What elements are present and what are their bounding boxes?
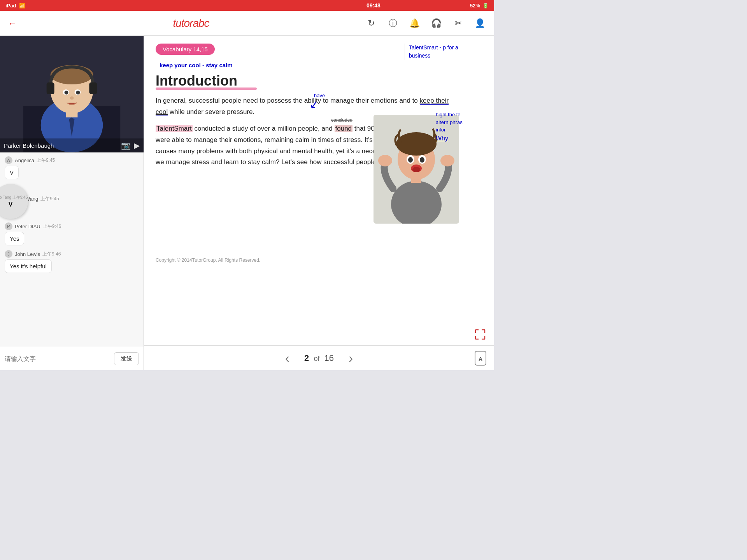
back-button[interactable]: ← (8, 18, 17, 29)
chat-time: 上午9:46 (43, 223, 61, 230)
chat-sender: Peter DIAU (15, 224, 40, 229)
chat-input[interactable] (5, 355, 110, 362)
top-nav-right: ↻ ⓘ 🔔 🎧 ✂ 👤 (365, 18, 486, 29)
list-item: J John Lewis 上午9:46 Yes it's helpful (5, 250, 139, 273)
chat-time: 上午9:46 (42, 251, 61, 257)
found-strikethrough: found (335, 125, 353, 132)
keep-cool-text: keep your cool - stay calm (160, 62, 233, 68)
chat-time: 上午9:45 (40, 196, 59, 202)
avatar: P (5, 222, 12, 230)
left-panel: Parker Bolenbaugh 📷 ▶ A Angelica 上午9:45 … (0, 36, 144, 370)
doc-title: Introduction (156, 73, 479, 89)
info-icon[interactable]: ⓘ (387, 18, 399, 29)
refresh-icon[interactable]: ↻ (365, 18, 377, 28)
svg-point-25 (378, 155, 392, 166)
chat-bubble: V (5, 166, 19, 179)
wifi-icon: 📶 (19, 3, 25, 9)
profile-icon[interactable]: 👤 (474, 18, 486, 28)
page-info: 2 of 16 (304, 353, 334, 363)
main-layout: Parker Bolenbaugh 📷 ▶ A Angelica 上午9:45 … (0, 36, 494, 370)
annotation-concluded: concluded (331, 116, 352, 124)
svg-point-22 (420, 157, 424, 163)
chat-area: A Angelica 上午9:45 V Yoyo Tang 上午9:45 V A (0, 152, 144, 347)
doc-bottom-nav: ‹ 2 of 16 › A (144, 345, 494, 370)
chat-bubble: Yes (5, 232, 24, 245)
avatar: J (5, 250, 12, 258)
title-highlight (156, 88, 257, 90)
top-nav: ← tutorabc ↻ ⓘ 🔔 🎧 ✂ 👤 (0, 11, 494, 36)
svg-point-13 (70, 96, 74, 100)
video-overlay: Parker Bolenbaugh 📷 ▶ (0, 138, 144, 152)
chat-time: 上午9:45 (37, 157, 55, 164)
top-nav-left: ← (8, 18, 17, 29)
svg-rect-7 (66, 110, 78, 117)
doc-title-text: Introduction (156, 73, 237, 89)
svg-point-12 (76, 91, 80, 94)
expand-icon[interactable] (474, 328, 486, 343)
video-placeholder (0, 36, 144, 152)
why-link[interactable]: Why (436, 135, 448, 142)
tools-icon[interactable]: ✂ (452, 18, 465, 28)
current-page: 2 (304, 353, 309, 363)
list-item: P Peter DIAU 上午9:46 Yes (5, 222, 139, 245)
talentsmart-highlight: TalentSmart (156, 125, 193, 132)
chat-sender: Angelica (15, 158, 34, 163)
svg-point-21 (408, 157, 413, 163)
next-page-button[interactable]: › (345, 347, 356, 369)
svg-point-24 (412, 167, 420, 172)
word-found: found concluded (335, 123, 353, 135)
bell-icon[interactable]: 🔔 (409, 18, 421, 28)
svg-rect-5 (47, 82, 54, 94)
chat-input-area: 发送 (0, 347, 144, 370)
list-item: A Angelica 上午9:45 V (5, 156, 139, 179)
record-icon[interactable]: ▶ (134, 141, 140, 150)
doc-body: have ↙ In general, successful people nee… (156, 95, 459, 168)
svg-point-26 (440, 155, 454, 166)
chat-meta: P Peter DIAU 上午9:46 (5, 222, 139, 230)
battery-label: 52% (470, 3, 480, 9)
svg-point-11 (65, 91, 68, 94)
chat-bubble: Yes it's helpful (5, 259, 52, 273)
svg-point-18 (396, 132, 437, 156)
chat-bubble-text: V (9, 201, 13, 208)
video-container: Parker Bolenbaugh 📷 ▶ (0, 36, 144, 152)
sidebar-note-text: TalentSmart - p for a business (409, 44, 458, 59)
phrase-note: highl the te altern phras infor Why (436, 111, 471, 143)
camera-icon[interactable]: 📷 (121, 141, 131, 150)
total-pages: 16 (324, 353, 334, 363)
doc-header-row: Vocabulary 14,15 keep your cool - stay c… (156, 44, 479, 69)
status-bar-left: iPad 📶 (5, 3, 25, 9)
avatar: A (5, 156, 12, 164)
presenter-video (0, 36, 144, 152)
chat-time: Yoyo Tang 上午9:45 (0, 195, 28, 200)
logo-text: tutorabc (173, 17, 209, 29)
presenter-name: Parker Bolenbaugh (4, 142, 54, 149)
handwritten-annotation: have ↙ (309, 91, 325, 108)
cursor-arrow: ↙ (309, 99, 325, 110)
status-bar-right: 52% 🔋 (470, 3, 489, 9)
sidebar-note: TalentSmart - p for a business (405, 44, 479, 60)
vocab-section: Vocabulary 14,15 keep your cool - stay c… (156, 44, 405, 69)
chat-meta: A Angelica 上午9:45 (5, 156, 139, 164)
document-content: Vocabulary 14,15 keep your cool - stay c… (144, 36, 494, 345)
font-size-button[interactable]: A (475, 351, 486, 366)
device-label: iPad (5, 3, 16, 9)
word-possess: possess (267, 97, 293, 104)
chat-meta: J John Lewis 上午9:46 (5, 250, 139, 258)
chat-meta: Yoyo Tang 上午9:45 (0, 195, 28, 200)
prev-page-button[interactable]: ‹ (282, 347, 293, 369)
phrase-note-text: highl the te altern phras infor (436, 112, 463, 133)
right-panel: Vocabulary 14,15 keep your cool - stay c… (144, 36, 494, 370)
logo: tutorabc (173, 17, 209, 30)
status-bar-time: 09:48 (366, 2, 381, 9)
battery-icon: 🔋 (482, 3, 489, 9)
headphones-icon[interactable]: 🎧 (430, 18, 443, 28)
video-controls: 📷 ▶ (121, 141, 140, 150)
of-label: of (314, 355, 319, 362)
send-button[interactable]: 发送 (114, 352, 139, 365)
chat-sender: John Lewis (15, 251, 40, 257)
keep-cool-note: keep your cool - stay calm (160, 62, 405, 69)
status-bar: iPad 📶 09:48 52% 🔋 (0, 0, 494, 11)
vocab-badge: Vocabulary 14,15 (156, 44, 215, 55)
svg-rect-6 (89, 82, 97, 94)
